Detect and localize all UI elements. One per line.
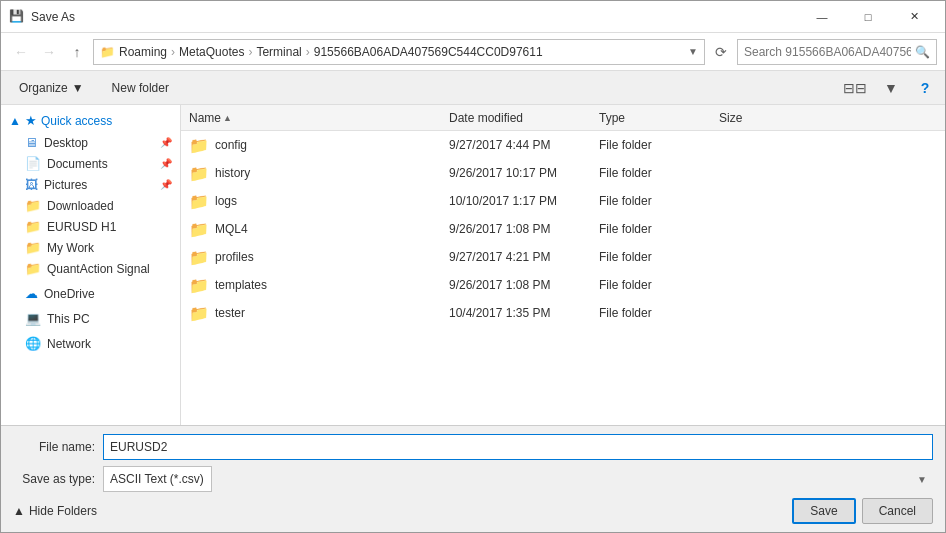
view-icon: ⊟⊟ xyxy=(843,80,867,96)
table-row[interactable]: 📁 config 9/27/2017 4:44 PM File folder xyxy=(181,131,945,159)
quick-access-header[interactable]: ▲ ★ Quick access xyxy=(1,109,180,132)
file-type: File folder xyxy=(599,250,719,264)
folder-icon: 📁 xyxy=(189,304,209,323)
view-button[interactable]: ⊟⊟ xyxy=(841,76,869,100)
sidebar-item-eurusd[interactable]: 📁 EURUSD H1 xyxy=(1,216,180,237)
maximize-button[interactable]: □ xyxy=(845,1,891,33)
help-button[interactable]: ? xyxy=(913,76,937,100)
address-bar: ← → ↑ 📁 Roaming › MetaQuotes › Terminal … xyxy=(1,33,945,71)
breadcrumb-sep-2: › xyxy=(248,45,252,59)
eurusd-icon: 📁 xyxy=(25,219,41,234)
file-type: File folder xyxy=(599,194,719,208)
column-type[interactable]: Type xyxy=(599,111,719,125)
new-folder-label: New folder xyxy=(112,81,169,95)
file-type: File folder xyxy=(599,166,719,180)
table-row[interactable]: 📁 tester 10/4/2017 1:35 PM File folder xyxy=(181,299,945,327)
column-date[interactable]: Date modified xyxy=(449,111,599,125)
search-input[interactable] xyxy=(744,45,911,59)
save-button[interactable]: Save xyxy=(792,498,855,524)
downloaded-icon: 📁 xyxy=(25,198,41,213)
sort-arrow-icon: ▲ xyxy=(223,113,232,123)
sidebar-item-onedrive-label: OneDrive xyxy=(44,287,95,301)
toolbar: Organize ▼ New folder ⊟⊟ ▼ ? xyxy=(1,71,945,105)
window-controls: — □ ✕ xyxy=(799,1,937,33)
column-name[interactable]: Name ▲ xyxy=(189,111,449,125)
documents-pin-icon: 📌 xyxy=(160,158,172,169)
quick-access-arrow-icon: ▲ xyxy=(9,114,21,128)
folder-icon: 📁 xyxy=(189,276,209,295)
breadcrumb-sep-1: › xyxy=(171,45,175,59)
sidebar-item-thispc-label: This PC xyxy=(47,312,90,326)
forward-button[interactable]: → xyxy=(37,40,61,64)
file-date: 10/4/2017 1:35 PM xyxy=(449,306,599,320)
sidebar-item-pictures[interactable]: 🖼 Pictures 📌 xyxy=(1,174,180,195)
sidebar-item-downloaded-label: Downloaded xyxy=(47,199,114,213)
sidebar-item-desktop[interactable]: 🖥 Desktop 📌 xyxy=(1,132,180,153)
main-content: ▲ ★ Quick access 🖥 Desktop 📌 📄 Documents… xyxy=(1,105,945,425)
sidebar-item-quantaction-label: QuantAction Signal xyxy=(47,262,150,276)
hide-folders-toggle[interactable]: ▲ Hide Folders xyxy=(13,504,786,518)
folder-icon: 📁 xyxy=(189,220,209,239)
breadcrumb-terminal[interactable]: Terminal xyxy=(256,45,301,59)
bottom-area: File name: Save as type: ASCII Text (*.c… xyxy=(1,425,945,532)
sidebar-item-quantaction[interactable]: 📁 QuantAction Signal xyxy=(1,258,180,279)
table-row[interactable]: 📁 history 9/26/2017 10:17 PM File folder xyxy=(181,159,945,187)
action-row: ▲ Hide Folders Save Cancel xyxy=(13,498,933,524)
table-row[interactable]: 📁 MQL4 9/26/2017 1:08 PM File folder xyxy=(181,215,945,243)
filename-label: File name: xyxy=(13,440,103,454)
table-row[interactable]: 📁 templates 9/26/2017 1:08 PM File folde… xyxy=(181,271,945,299)
file-type: File folder xyxy=(599,138,719,152)
file-date: 9/26/2017 1:08 PM xyxy=(449,278,599,292)
column-date-label: Date modified xyxy=(449,111,523,125)
cancel-button[interactable]: Cancel xyxy=(862,498,933,524)
column-name-label: Name xyxy=(189,111,221,125)
table-row[interactable]: 📁 profiles 9/27/2017 4:21 PM File folder xyxy=(181,243,945,271)
filename-input[interactable] xyxy=(103,434,933,460)
breadcrumb[interactable]: 📁 Roaming › MetaQuotes › Terminal › 9155… xyxy=(93,39,705,65)
window-icon: 💾 xyxy=(9,9,25,25)
breadcrumb-metaquotes[interactable]: MetaQuotes xyxy=(179,45,244,59)
sidebar-item-pictures-label: Pictures xyxy=(44,178,87,192)
minimize-button[interactable]: — xyxy=(799,1,845,33)
file-list-header: Name ▲ Date modified Type Size xyxy=(181,105,945,131)
sidebar-item-desktop-label: Desktop xyxy=(44,136,88,150)
breadcrumb-dropdown-icon[interactable]: ▼ xyxy=(688,46,698,57)
filetype-select[interactable]: ASCII Text (*.csv) xyxy=(103,466,212,492)
table-row[interactable]: 📁 logs 10/10/2017 1:17 PM File folder xyxy=(181,187,945,215)
back-button[interactable]: ← xyxy=(9,40,33,64)
view-arrow-button[interactable]: ▼ xyxy=(877,76,905,100)
close-button[interactable]: ✕ xyxy=(891,1,937,33)
file-name: MQL4 xyxy=(215,222,449,236)
sidebar-item-network[interactable]: 🌐 Network xyxy=(1,333,180,354)
file-area: Name ▲ Date modified Type Size 📁 config … xyxy=(181,105,945,425)
file-list: 📁 config 9/27/2017 4:44 PM File folder 📁… xyxy=(181,131,945,327)
select-arrow-icon: ▼ xyxy=(917,474,927,485)
pictures-pin-icon: 📌 xyxy=(160,179,172,190)
sidebar-item-documents-label: Documents xyxy=(47,157,108,171)
title-bar: 💾 Save As — □ ✕ xyxy=(1,1,945,33)
folder-icon: 📁 xyxy=(189,248,209,267)
thispc-icon: 💻 xyxy=(25,311,41,326)
sidebar-item-downloaded[interactable]: 📁 Downloaded xyxy=(1,195,180,216)
sidebar-item-documents[interactable]: 📄 Documents 📌 xyxy=(1,153,180,174)
desktop-icon: 🖥 xyxy=(25,135,38,150)
column-size-label: Size xyxy=(719,111,742,125)
sidebar-item-thispc[interactable]: 💻 This PC xyxy=(1,308,180,329)
search-box[interactable]: 🔍 xyxy=(737,39,937,65)
up-button[interactable]: ↑ xyxy=(65,40,89,64)
breadcrumb-roaming[interactable]: Roaming xyxy=(119,45,167,59)
filetype-label: Save as type: xyxy=(13,472,103,486)
organize-button[interactable]: Organize ▼ xyxy=(9,75,94,101)
breadcrumb-hash[interactable]: 915566BA06ADA407569C544CC0D97611 xyxy=(314,45,543,59)
file-date: 9/26/2017 1:08 PM xyxy=(449,222,599,236)
hide-folders-label: Hide Folders xyxy=(29,504,97,518)
new-folder-button[interactable]: New folder xyxy=(102,75,179,101)
network-section: 🌐 Network xyxy=(1,333,180,354)
column-size[interactable]: Size xyxy=(719,111,937,125)
file-name: config xyxy=(215,138,449,152)
sidebar-item-eurusd-label: EURUSD H1 xyxy=(47,220,116,234)
sidebar-item-mywork[interactable]: 📁 My Work xyxy=(1,237,180,258)
sidebar-item-onedrive[interactable]: ☁ OneDrive xyxy=(1,283,180,304)
refresh-button[interactable]: ⟳ xyxy=(709,40,733,64)
file-name: history xyxy=(215,166,449,180)
